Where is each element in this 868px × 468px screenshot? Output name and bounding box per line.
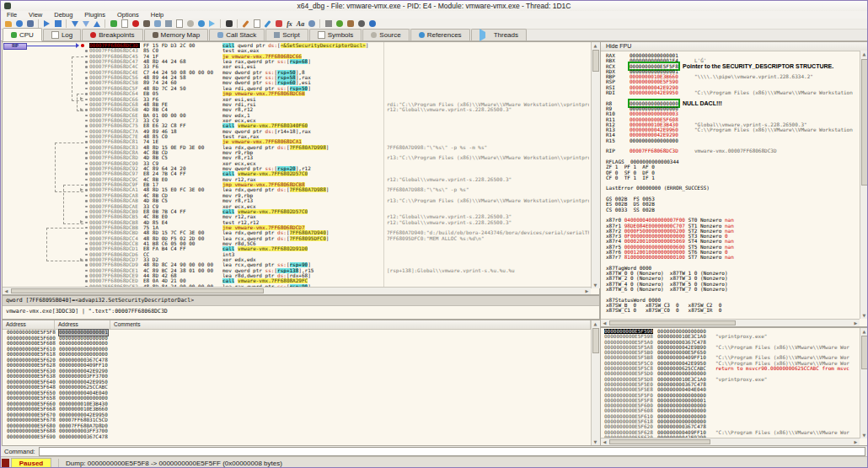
instruction-dot[interactable] — [85, 147, 88, 149]
instruction-dot[interactable] — [85, 115, 88, 117]
registers-vscrollbar[interactable]: ▲ ▼ — [860, 51, 868, 319]
tab-call-stack[interactable]: Call Stack — [209, 29, 265, 40]
instruction-dot[interactable] — [85, 88, 88, 90]
instruction-dot[interactable] — [85, 163, 88, 165]
tab-cpu[interactable]: CPU — [3, 28, 42, 41]
tab-symbols[interactable]: Symbols — [309, 29, 362, 40]
disasm-vscrollbar[interactable]: ▲ ▼ — [591, 42, 600, 288]
menu-options[interactable]: Options — [111, 11, 145, 19]
menu-help[interactable]: Help — [145, 11, 169, 19]
instruction-dot[interactable] — [85, 184, 88, 186]
instruction-dot[interactable] — [85, 141, 88, 143]
instruction-dot[interactable] — [85, 93, 88, 95]
tab-source[interactable]: Source — [362, 29, 409, 40]
label-icon[interactable] — [262, 19, 273, 29]
instruction-dot[interactable] — [85, 61, 88, 63]
script-window-icon[interactable] — [163, 19, 174, 29]
instruction-dot[interactable] — [85, 179, 88, 181]
command-input[interactable] — [39, 447, 865, 456]
pause-icon[interactable] — [52, 19, 63, 29]
register-row[interactable]: x87SW_C1 0 x87SW_C0 0 x87SW_IR 0 — [601, 308, 859, 313]
instruction-dot[interactable] — [85, 82, 88, 84]
tab-log[interactable]: Log — [43, 29, 81, 40]
instruction-dot[interactable] — [85, 136, 88, 138]
memory-map-window-icon[interactable] — [141, 19, 152, 29]
instruction-dot[interactable] — [85, 222, 88, 224]
instruction-dot[interactable] — [85, 280, 88, 282]
scroll-thumb[interactable] — [609, 439, 710, 444]
tab-script[interactable]: Script — [265, 29, 308, 40]
instruction-dot[interactable] — [85, 131, 88, 133]
package-icon[interactable] — [345, 19, 356, 29]
user-icon[interactable] — [306, 19, 317, 29]
tab-threads[interactable]: Threads — [471, 29, 527, 40]
dump-header-address[interactable]: Address — [3, 320, 55, 329]
instruction-dot[interactable] — [85, 248, 88, 250]
symbols-window-icon[interactable] — [174, 19, 185, 29]
instruction-dot[interactable] — [85, 227, 88, 229]
menu-view[interactable]: View — [23, 11, 48, 19]
instruction-dot[interactable] — [85, 270, 88, 272]
instruction-dot[interactable] — [85, 259, 88, 261]
dump-header-address[interactable]: Address — [55, 320, 110, 329]
scroll-thumb[interactable] — [609, 320, 736, 325]
scroll-thumb[interactable] — [861, 59, 868, 186]
instruction-dot[interactable] — [85, 152, 88, 154]
dump-header-comments[interactable]: Comments — [110, 320, 591, 329]
menu-plugins[interactable]: Plugins — [78, 11, 111, 19]
instruction-dot[interactable] — [85, 173, 88, 175]
instruction-dot[interactable] — [85, 200, 88, 202]
instruction-dot[interactable] — [85, 195, 88, 197]
instruction-dot[interactable] — [85, 216, 88, 218]
cpu-window-icon[interactable] — [108, 19, 119, 29]
instruction-dot[interactable] — [85, 206, 88, 208]
source-window-icon[interactable] — [185, 19, 196, 29]
stack-vscrollbar[interactable]: ▲ ▼ — [860, 328, 868, 438]
instruction-dot[interactable] — [85, 56, 88, 58]
menu-debug[interactable]: Debug — [48, 11, 78, 19]
threads-window-icon[interactable] — [206, 19, 217, 29]
instruction-dot[interactable] — [85, 254, 88, 256]
eraser-icon[interactable] — [273, 19, 284, 29]
callstack-window-icon[interactable] — [152, 19, 163, 29]
instruction-dot[interactable] — [85, 168, 88, 170]
instruction-dot[interactable] — [85, 275, 88, 277]
breakpoint-dot[interactable] — [81, 44, 84, 47]
fx-icon[interactable]: fx — [284, 19, 295, 29]
instruction-dot[interactable] — [85, 109, 88, 111]
registers-hscrollbar[interactable]: ◀ ▶ — [601, 319, 860, 326]
instruction-dot[interactable] — [85, 238, 88, 240]
hide-fpu-button[interactable]: Hide FPU — [601, 42, 868, 51]
scroll-thumb[interactable] — [592, 50, 599, 72]
step-over-icon[interactable] — [80, 19, 91, 29]
dump-vscrollbar[interactable]: ▲ ▼ — [591, 320, 600, 445]
scroll-thumb[interactable] — [861, 336, 868, 369]
settings-icon[interactable] — [356, 19, 367, 29]
dump-row[interactable]: 0000000000E5F690000000000367C478 — [3, 434, 599, 440]
bug-icon[interactable] — [334, 19, 345, 29]
instruction-dot[interactable] — [85, 66, 88, 68]
instruction-dot[interactable] — [85, 232, 88, 234]
help-icon[interactable] — [367, 19, 378, 29]
step-into-icon[interactable] — [69, 19, 80, 29]
run-icon[interactable] — [41, 19, 52, 29]
tab-breakpoints[interactable]: Breakpoints — [82, 29, 142, 40]
log-window-icon[interactable] — [119, 19, 130, 29]
disasm-hscrollbar[interactable]: ◀ ▶ — [3, 287, 591, 294]
instruction-dot[interactable] — [85, 189, 88, 191]
instruction-dot[interactable] — [85, 99, 88, 101]
references-window-icon[interactable] — [196, 19, 206, 29]
stack-hscrollbar[interactable]: ◀ ▶ — [601, 438, 860, 445]
instruction-dot[interactable] — [85, 243, 88, 245]
calculator-icon[interactable] — [223, 19, 234, 29]
instruction-dot[interactable] — [85, 72, 88, 74]
breakpoints-window-icon[interactable] — [130, 19, 141, 29]
tab-references[interactable]: References — [410, 29, 470, 40]
instruction-dot[interactable] — [85, 120, 88, 122]
tab-memory-map[interactable]: Memory Map — [144, 29, 209, 40]
scroll-thumb[interactable] — [592, 328, 599, 353]
instruction-dot[interactable] — [85, 125, 88, 127]
font-icon[interactable]: Aa — [295, 19, 306, 29]
instruction-dot[interactable] — [85, 50, 88, 52]
patch-icon[interactable] — [240, 19, 251, 29]
